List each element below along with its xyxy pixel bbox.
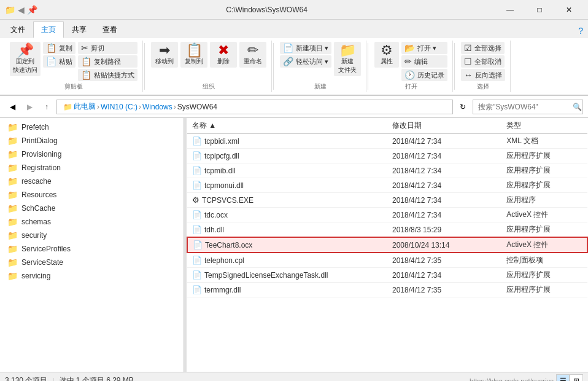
back-button[interactable]: ◀ xyxy=(5,100,20,114)
easyaccess-icon: 🔗 xyxy=(283,57,293,66)
col-date-header[interactable]: 修改日期 xyxy=(387,118,501,134)
newfolder-button[interactable]: 📁 新建 文件夹 xyxy=(334,42,361,76)
edit-button[interactable]: ✏ 编辑 xyxy=(401,55,447,68)
col-name-header[interactable]: 名称 ▲ xyxy=(187,118,387,134)
tab-home[interactable]: 主页 xyxy=(33,22,64,38)
tab-view[interactable]: 查看 xyxy=(95,22,125,38)
path-drive[interactable]: WIN10 (C:) xyxy=(101,103,137,111)
table-row[interactable]: 📄tcpmonui.dll 2018/4/12 7:34 应用程序扩展 xyxy=(187,178,587,193)
table-row[interactable]: 📄tcpipcfg.dll 2018/4/12 7:34 应用程序扩展 xyxy=(187,149,587,163)
refresh-button[interactable]: ↻ xyxy=(455,100,470,114)
file-type: 应用程序扩展 xyxy=(501,268,587,283)
new-content: 📄 新建项目 ▾ 🔗 轻松访问 ▾ 📁 新建 文件夹 xyxy=(280,42,361,81)
cut-button[interactable]: ✂ 剪切 xyxy=(78,42,137,54)
file-type: ActiveX 控件 xyxy=(501,237,587,253)
file-type: 应用程序扩展 xyxy=(501,149,587,163)
file-name: 📄tdc.ocx xyxy=(187,208,387,222)
ribbon: 文件 主页 共享 查看 ? 📌 固定到 快速访问 📋 复制 xyxy=(0,20,588,96)
delete-icon: ✖ xyxy=(218,44,229,57)
open-button[interactable]: 📂 打开 ▾ xyxy=(401,42,447,54)
tab-file[interactable]: 文件 xyxy=(2,22,33,38)
folder-provisioning[interactable]: 📁 Provisioning xyxy=(0,147,184,161)
copy-path-button[interactable]: 📋 复制路径 xyxy=(78,55,137,68)
open-group: ⚙ 属性 📂 打开 ▾ ✏ 编辑 🕐 历史记录 xyxy=(369,41,453,92)
address-path[interactable]: 📁 此电脑 › WIN10 (C:) › Windows › SysWOW64 xyxy=(56,100,453,114)
col-type-header[interactable]: 类型 xyxy=(501,118,587,134)
properties-button[interactable]: ⚙ 属性 xyxy=(374,42,399,68)
rename-icon: ✏ xyxy=(247,44,258,57)
file-date: 2018/4/12 7:35 xyxy=(387,283,501,297)
folder-registration[interactable]: 📁 Registration xyxy=(0,161,184,175)
copyto-button[interactable]: 📋 复制到 xyxy=(180,42,207,68)
folder-schcache[interactable]: 📁 SchCache xyxy=(0,202,184,215)
file-date: 2008/10/24 13:14 xyxy=(387,237,501,253)
pin-button[interactable]: 📌 固定到 快速访问 xyxy=(10,42,41,76)
tab-share[interactable]: 共享 xyxy=(64,22,95,38)
table-row[interactable]: 📄telephon.cpl 2018/4/12 7:35 控制面板项 xyxy=(187,253,587,268)
close-button[interactable]: ✕ xyxy=(555,1,583,19)
paste-shortcut-button[interactable]: 📋 粘贴快捷方式 xyxy=(78,69,137,81)
table-row-selected[interactable]: 📄TeeChart8.ocx 2008/10/24 13:14 ActiveX … xyxy=(187,237,587,253)
table-row[interactable]: 📄termmgr.dll 2018/4/12 7:35 应用程序扩展 xyxy=(187,283,587,297)
file-name: 📄tcpbidi.xml xyxy=(187,134,387,149)
table-row[interactable]: 📄tdc.ocx 2018/4/12 7:34 ActiveX 控件 xyxy=(187,208,587,222)
selectall-button[interactable]: ☑ 全部选择 xyxy=(461,42,505,54)
path-windows[interactable]: Windows xyxy=(142,103,172,111)
main-area: 📁 Prefetch 📁 PrintDialog 📁 Provisioning … xyxy=(0,118,588,372)
search-box: 🔍 xyxy=(473,100,583,114)
moveto-button[interactable]: ➡ 移动到 xyxy=(151,42,178,68)
table-row[interactable]: 📄TempSignedLicenseExchangeTask.dll 2018/… xyxy=(187,268,587,283)
view-toggle: ☰ ⊞ xyxy=(556,374,583,382)
folder-rescache[interactable]: 📁 rescache xyxy=(0,175,184,188)
file-icon: 📄 xyxy=(192,166,202,175)
paste-button[interactable]: 📄 粘贴 xyxy=(43,55,75,68)
selectnone-button[interactable]: ☐ 全部取消 xyxy=(461,55,505,68)
path-syswow64: SysWOW64 xyxy=(177,103,217,111)
file-name: 📄tcpmonui.dll xyxy=(187,178,387,193)
folder-schemas[interactable]: 📁 schemas xyxy=(0,215,184,229)
history-button[interactable]: 🕐 历史记录 xyxy=(401,69,447,81)
table-row[interactable]: 📄tcpmib.dll 2018/4/12 7:34 应用程序扩展 xyxy=(187,163,587,178)
easyaccess-button[interactable]: 🔗 轻松访问 ▾ xyxy=(280,55,331,68)
file-name: ⚙TCPSVCS.EXE xyxy=(187,193,387,208)
title-bar: 📁 ◀ 📌 C:\Windows\SysWOW64 — □ ✕ xyxy=(0,0,588,20)
new-group: 📄 新建项目 ▾ 🔗 轻松访问 ▾ 📁 新建 文件夹 新建 xyxy=(275,41,366,92)
open-icon: 📂 xyxy=(404,43,415,53)
folder-icon: 📁 xyxy=(7,122,18,132)
large-icons-view-button[interactable]: ⊞ xyxy=(570,374,583,382)
copyto-icon: 📋 xyxy=(186,44,203,57)
selected-count: 选中 1 个项目 6.29 MB xyxy=(60,375,134,381)
search-input[interactable] xyxy=(478,103,570,111)
file-date: 2018/4/12 7:34 xyxy=(387,163,501,178)
maximize-button[interactable]: □ xyxy=(525,1,554,19)
file-name: 📄tcpmib.dll xyxy=(187,163,387,178)
left-panel: 📁 Prefetch 📁 PrintDialog 📁 Provisioning … xyxy=(0,118,184,372)
folder-serviceprofiles[interactable]: 📁 ServiceProfiles xyxy=(0,242,184,256)
folder-servicestate[interactable]: 📁 ServiceState xyxy=(0,256,184,269)
minimize-button[interactable]: — xyxy=(496,1,524,19)
pin-icon: 📌 xyxy=(17,44,34,57)
rename-button[interactable]: ✏ 重命名 xyxy=(239,42,266,68)
newitem-button[interactable]: 📄 新建项目 ▾ xyxy=(280,42,331,54)
forward-button[interactable]: ▶ xyxy=(22,100,37,114)
open-content: ⚙ 属性 📂 打开 ▾ ✏ 编辑 🕐 历史记录 xyxy=(374,42,447,81)
folder-resources[interactable]: 📁 Resources xyxy=(0,188,184,202)
up-button[interactable]: ↑ xyxy=(39,100,54,114)
folder-printdialog[interactable]: 📁 PrintDialog xyxy=(0,134,184,147)
copy-button[interactable]: 📋 复制 xyxy=(43,42,75,54)
organize-content: ➡ 移动到 📋 复制到 ✖ 删除 ✏ 重命名 xyxy=(151,42,266,81)
invertselect-button[interactable]: ↔ 反向选择 xyxy=(461,69,505,81)
file-type: 应用程序 xyxy=(501,193,587,208)
folder-icon: 📁 xyxy=(7,176,18,186)
delete-button[interactable]: ✖ 删除 xyxy=(210,42,237,68)
details-view-button[interactable]: ☰ xyxy=(556,374,570,382)
folder-security[interactable]: 📁 security xyxy=(0,229,184,242)
path-computer[interactable]: 此电脑 xyxy=(74,101,96,112)
folder-servicing[interactable]: 📁 servicing xyxy=(0,269,184,283)
table-row[interactable]: ⚙TCPSVCS.EXE 2018/4/12 7:34 应用程序 xyxy=(187,193,587,208)
table-row[interactable]: 📄tdh.dll 2018/8/3 15:29 应用程序扩展 xyxy=(187,222,587,238)
file-icon: ⚙ xyxy=(192,195,199,205)
help-icon[interactable]: ? xyxy=(576,23,586,38)
folder-prefetch[interactable]: 📁 Prefetch xyxy=(0,120,184,134)
table-row[interactable]: 📄tcpbidi.xml 2018/4/12 7:34 XML 文档 xyxy=(187,134,587,149)
